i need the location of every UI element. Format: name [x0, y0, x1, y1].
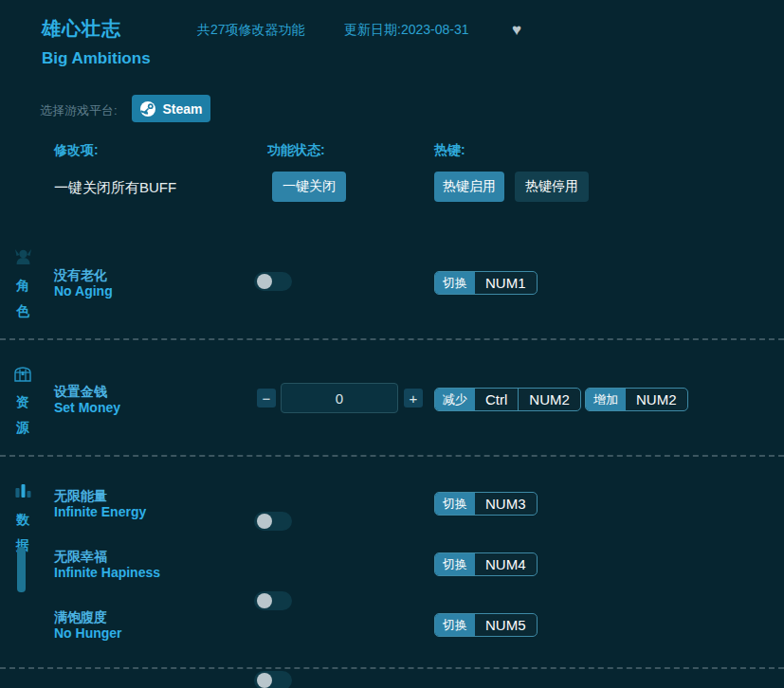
- update-date: 更新日期:2023-08-31: [344, 22, 469, 39]
- bottom-separator: [0, 667, 784, 669]
- column-status: 功能状态:: [267, 142, 325, 159]
- money-decrement-button[interactable]: −: [257, 389, 276, 407]
- infinite-energy-toggle[interactable]: [254, 512, 292, 531]
- feature-name-cn: 满饱腹度: [54, 609, 107, 626]
- close-all-button[interactable]: 一键关闭: [272, 172, 346, 202]
- money-value-input[interactable]: [281, 383, 398, 413]
- chip-action-label: 增加: [586, 389, 626, 410]
- section-separator: [0, 455, 784, 457]
- feature-count: 共27项修改器功能: [197, 22, 305, 39]
- hotkey-chip-decrease[interactable]: 减少 Ctrl NUM2: [434, 388, 581, 411]
- close-all-buff-label: 一键关闭所有BUFF: [54, 179, 176, 197]
- data-bar-chart-icon: [14, 482, 32, 504]
- chip-action-label: 切换: [435, 272, 475, 294]
- section-separator: [0, 338, 784, 340]
- feature-name-cn: 设置金钱: [54, 384, 107, 401]
- chip-key: NUM3: [475, 493, 537, 515]
- chip-action-label: 切换: [435, 553, 475, 575]
- favorite-heart-icon[interactable]: ♥: [512, 22, 521, 38]
- money-increment-button[interactable]: +: [404, 389, 423, 407]
- feature-name-en: No Aging: [54, 283, 113, 299]
- hotkey-chip-num1[interactable]: 切换 NUM1: [434, 271, 538, 295]
- chip-key: NUM2: [518, 389, 580, 410]
- trainer-window: 雄心壮志 共27项修改器功能 更新日期:2023-08-31 ♥ Big Amb…: [0, 0, 784, 688]
- column-modifier: 修改项:: [54, 142, 99, 159]
- column-hotkey: 热键:: [434, 142, 465, 159]
- feature-name-cn: 无限能量: [54, 488, 107, 505]
- chip-key: Ctrl: [475, 389, 518, 410]
- chip-key: NUM2: [626, 389, 687, 410]
- feature-name-en: No Hunger: [54, 625, 122, 641]
- chip-action-label: 切换: [435, 493, 475, 515]
- toggle-knob: [257, 673, 272, 688]
- character-bust-icon: [13, 247, 33, 271]
- steam-icon: [139, 100, 156, 118]
- game-title-en: Big Ambitions: [42, 49, 151, 68]
- sidebar-section-character[interactable]: 角色: [15, 273, 30, 323]
- sidebar-section-resource[interactable]: 资源: [15, 389, 30, 440]
- no-aging-toggle[interactable]: [254, 272, 292, 291]
- chip-action-label: 切换: [435, 614, 475, 636]
- no-hunger-toggle[interactable]: [254, 671, 292, 688]
- chip-key: NUM5: [475, 614, 537, 636]
- platform-label: 选择游戏平台:: [40, 102, 118, 119]
- hotkey-chip-num5[interactable]: 切换 NUM5: [434, 613, 538, 637]
- steam-button-label: Steam: [162, 101, 202, 117]
- hotkey-chip-num4[interactable]: 切换 NUM4: [434, 552, 538, 576]
- resource-chest-icon: [12, 365, 33, 388]
- infinite-happiness-toggle[interactable]: [254, 591, 292, 610]
- hotkey-chip-increase[interactable]: 增加 NUM2: [585, 388, 688, 411]
- section-scrollbar[interactable]: [17, 547, 26, 592]
- platform-steam-button[interactable]: Steam: [132, 95, 210, 122]
- chip-key: NUM4: [475, 553, 537, 575]
- feature-name-cn: 无限幸福: [54, 549, 107, 566]
- hotkey-disable-button[interactable]: 热键停用: [515, 172, 589, 202]
- chip-key: NUM1: [475, 272, 537, 294]
- chip-action-label: 减少: [435, 389, 475, 410]
- toggle-knob: [257, 514, 272, 529]
- feature-name-cn: 没有老化: [54, 267, 107, 284]
- toggle-knob: [257, 593, 272, 608]
- toggle-knob: [257, 274, 272, 289]
- game-title-cn: 雄心壮志: [42, 16, 121, 42]
- hotkey-chip-num3[interactable]: 切换 NUM3: [434, 492, 538, 516]
- feature-name-en: Infinite Energy: [54, 504, 146, 519]
- feature-name-en: Set Money: [54, 400, 120, 415]
- feature-name-en: Infinite Hapiness: [54, 565, 160, 580]
- hotkey-enable-button[interactable]: 热键启用: [434, 172, 504, 202]
